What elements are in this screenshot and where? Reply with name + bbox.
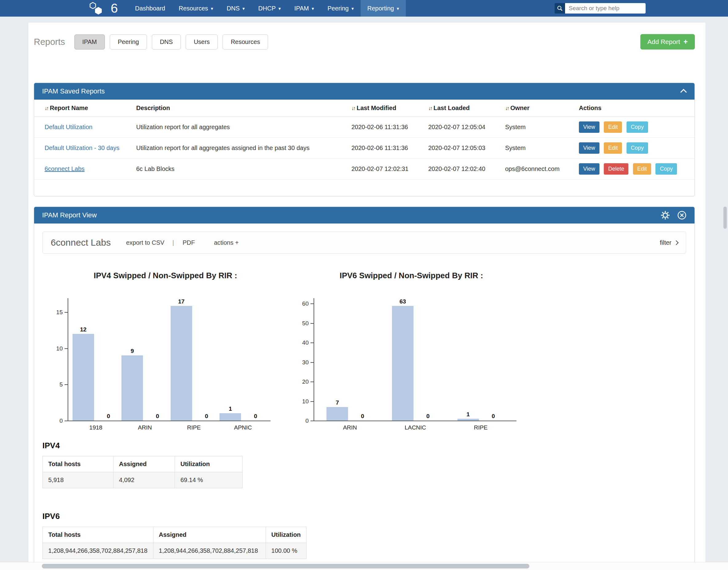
copy-button[interactable]: Copy [627, 142, 648, 154]
report-link-6connect-labs[interactable]: 6connect Labs [45, 166, 84, 172]
plot-area: 120191890ARIN170RIPE10APNIC [68, 298, 271, 421]
bar-value-label: 7 [336, 399, 339, 406]
bar [72, 334, 94, 420]
ipv4-total-hosts-value: 5,918 [43, 472, 113, 488]
y-axis-tick-label: 5 [49, 381, 63, 388]
bar-group: 1201918 [72, 298, 119, 420]
bar-group: 10RIPE [457, 298, 504, 420]
y-axis-tick-label: 60 [295, 300, 309, 307]
nav-label: IPAM [294, 5, 309, 12]
ipv4-bar-chart: IPV4 Swipped / Non-Swipped By RIR : 0510… [42, 271, 288, 421]
ipv6-chart-title: IPV6 Swipped / Non-Swipped By RIR : [288, 271, 534, 280]
bar-slot: 0 [98, 298, 119, 420]
tab-resources[interactable]: Resources [223, 34, 268, 49]
y-axis-tick-mark [65, 312, 68, 313]
bar-value-label: 0 [491, 413, 495, 420]
bar-group: 630LACNIC [392, 298, 439, 420]
nav-item-dashboard[interactable]: Dashboard [128, 0, 172, 17]
bar-slot: 0 [196, 298, 217, 420]
column-label: Last Loaded [433, 104, 470, 111]
report-last-modified: 2020-02-06 11:31:36 [348, 117, 425, 138]
ipv6-chart-plot: 010203040506070ARIN630LACNIC10RIPE [314, 298, 516, 421]
top-navbar: 6 Dashboard Resources▾ DNS▾ DHCP▾ IPAM▾ … [0, 0, 728, 17]
vertical-scrollbar-thumb[interactable] [723, 207, 727, 229]
view-button[interactable]: View [579, 121, 600, 133]
copy-button[interactable]: Copy [627, 121, 648, 133]
y-axis-tick-mark [65, 384, 68, 385]
nav-item-resources[interactable]: Resources▾ [172, 0, 220, 17]
report-owner: System [501, 138, 575, 159]
search-icon[interactable] [555, 3, 565, 14]
main-content: Reports IPAM Peering DNS Users Resources… [28, 22, 706, 570]
bar-slot: 9 [121, 298, 143, 420]
tab-dns[interactable]: DNS [152, 34, 181, 49]
horizontal-scrollbar-thumb[interactable] [42, 564, 529, 568]
tab-peering[interactable]: Peering [110, 34, 147, 49]
delete-button[interactable]: Delete [604, 163, 628, 175]
edit-button[interactable]: Edit [633, 163, 651, 175]
bar-slot: 1 [220, 298, 241, 420]
ipv6-bar-chart: IPV6 Swipped / Non-Swipped By RIR : 0102… [288, 271, 534, 421]
sort-icon: ↓↑ [45, 105, 48, 111]
nav-item-dhcp[interactable]: DHCP▾ [252, 0, 288, 17]
copy-button[interactable]: Copy [656, 163, 677, 175]
report-view-body: 6connect Labs export to CSV | PDF action… [34, 224, 695, 570]
nav-item-peering[interactable]: Peering▾ [321, 0, 360, 17]
export-csv-link[interactable]: export to CSV [126, 239, 164, 246]
edit-button[interactable]: Edit [604, 121, 622, 133]
report-link-default-utilization[interactable]: Default Utilization [45, 123, 92, 130]
nav-item-ipam[interactable]: IPAM▾ [288, 0, 321, 17]
column-header-owner[interactable]: ↓↑Owner [501, 99, 575, 117]
bar [457, 419, 479, 420]
bar-value-label: 0 [254, 413, 257, 420]
nav-item-reporting[interactable]: Reporting▾ [361, 0, 406, 17]
ipv6-col-assigned: Assigned [153, 527, 266, 543]
ipv4-chart-title: IPV4 Swipped / Non-Swipped By RIR : [42, 271, 288, 280]
sort-icon: ↓↑ [505, 105, 508, 111]
nav-item-dns[interactable]: DNS▾ [220, 0, 252, 17]
nav-label: Reporting [367, 5, 394, 12]
saved-reports-panel-header: IPAM Saved Reports [34, 83, 695, 99]
view-button[interactable]: View [579, 142, 600, 154]
y-axis-tick-label: 15 [49, 309, 63, 316]
search-input[interactable] [565, 3, 646, 14]
filter-toggle[interactable]: filter [660, 239, 678, 246]
bar-slot: 0 [483, 298, 504, 420]
column-header-last-loaded[interactable]: ↓↑Last Loaded [425, 99, 501, 117]
ipv6-heading: IPV6 [42, 512, 686, 521]
edit-button[interactable]: Edit [604, 142, 622, 154]
separator: | [172, 239, 174, 246]
column-label: Owner [510, 104, 529, 111]
bar [392, 306, 413, 420]
actions-menu-toggle[interactable]: actions + [214, 239, 239, 246]
x-axis-category-label: APNIC [220, 424, 266, 431]
report-owner: ops@6connect.com [501, 159, 575, 180]
chevron-right-icon [674, 240, 679, 245]
tab-ipam[interactable]: IPAM [74, 34, 105, 49]
column-label: Report Name [50, 104, 88, 111]
column-header-last-modified[interactable]: ↓↑Last Modified [348, 99, 425, 117]
horizontal-scrollbar[interactable] [0, 562, 728, 570]
add-report-button[interactable]: Add Report + [640, 34, 695, 49]
panel-title: IPAM Report View [42, 211, 97, 219]
caret-down-icon: ▾ [312, 6, 314, 11]
column-label: Actions [579, 104, 601, 111]
export-pdf-link[interactable]: PDF [183, 239, 195, 246]
app-logo[interactable]: 6 [86, 1, 118, 15]
close-icon[interactable] [677, 211, 687, 220]
tab-users[interactable]: Users [186, 34, 218, 49]
x-axis-category-label: RIPE [170, 424, 217, 431]
bar-group: 70ARIN [327, 298, 373, 420]
global-search [555, 3, 646, 14]
column-header-report-name[interactable]: ↓↑Report Name [34, 99, 132, 117]
collapse-chevron-icon[interactable] [680, 89, 687, 95]
view-button[interactable]: View [579, 163, 600, 175]
report-name: 6connect Labs [51, 237, 111, 248]
report-description: Utilization report for all aggregates [132, 117, 348, 138]
gear-icon[interactable] [661, 211, 670, 220]
ipv6-utilization-value: 100.00 % [266, 543, 307, 559]
report-link-default-utilization-30-days[interactable]: Default Utilization - 30 days [45, 145, 119, 151]
bar-slot: 0 [147, 298, 168, 420]
column-header-actions: Actions [575, 99, 695, 117]
bar-value-label: 0 [361, 413, 364, 420]
